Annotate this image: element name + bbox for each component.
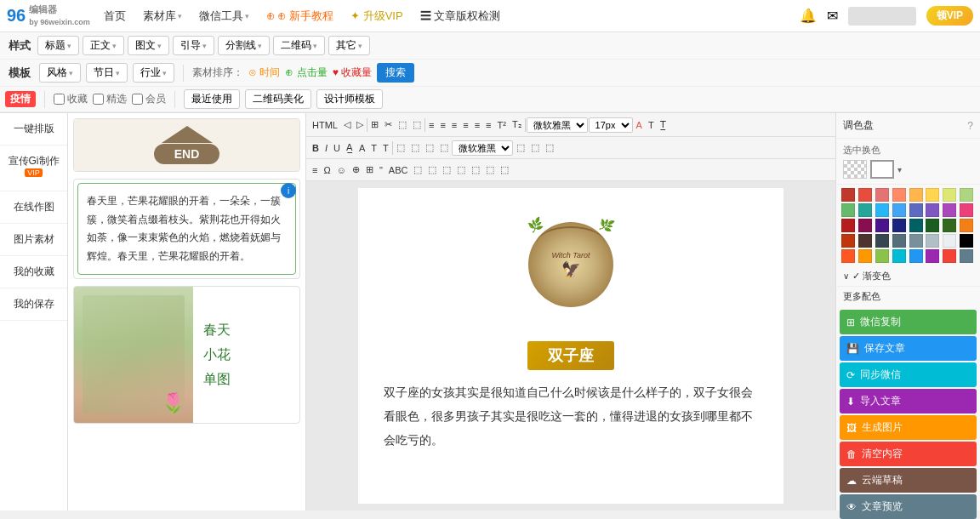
nav-home[interactable]: 首页 [104, 9, 126, 24]
sidebar-item-online-draw[interactable]: 在线作图 [0, 191, 67, 224]
color-swatch[interactable] [960, 203, 973, 217]
template-item-text[interactable]: i 春天里，芒果花耀眼的开着，一朵朵，一簇簇，微笑着点缀着枝头。紫荆花也开得如火… [73, 179, 300, 279]
tb-divider[interactable]: 分割线 [218, 36, 270, 55]
et-font-color[interactable]: A [634, 118, 645, 132]
et-text-style[interactable]: T [646, 118, 657, 132]
tb-festival[interactable]: 节日 [86, 63, 128, 83]
sync-wechat-btn[interactable]: ⟳ 同步微信 [840, 362, 977, 387]
tb-other[interactable]: 其它 [328, 36, 370, 55]
et-font-family[interactable]: 微软雅黑 [452, 140, 513, 156]
bell-icon[interactable]: 🔔 [800, 8, 817, 24]
tb-guide[interactable]: 引导 [173, 36, 214, 55]
et-insert-table[interactable]: ⬚ [408, 140, 422, 155]
sort-clicks[interactable]: ⊕ 点击量 [285, 66, 327, 80]
color-swatch[interactable] [960, 249, 973, 263]
cb-vip[interactable]: 会员 [132, 92, 166, 106]
color-swatch[interactable] [943, 219, 956, 232]
et-grid[interactable]: ⊞ [363, 163, 376, 177]
color-swatch[interactable] [909, 249, 923, 263]
cb-selected[interactable]: 精选 [93, 92, 127, 106]
nav-tutorial[interactable]: ⊕ ⊕ 新手教程 [266, 9, 333, 24]
color-swatch[interactable] [909, 219, 923, 232]
color-swatch[interactable] [909, 188, 923, 202]
et-align-justify[interactable]: ≡ [460, 118, 470, 132]
et-italic[interactable]: I [322, 141, 330, 155]
tb-style[interactable]: 风格 [39, 63, 81, 83]
color-swatch[interactable] [841, 234, 855, 248]
et-subscript[interactable]: T₂ [510, 117, 524, 132]
wechat-copy-btn[interactable]: ⊞ 微信复制 [840, 310, 977, 334]
recently-used-btn[interactable]: 最近使用 [184, 89, 240, 109]
editor-content[interactable]: Witch Tarot 🦅 🌿 🌿 双子座 双 [358, 188, 783, 504]
et-align-right[interactable]: ≡ [449, 118, 459, 132]
et-format3[interactable]: ⬚ [528, 140, 542, 155]
tb-industry[interactable]: 行业 [133, 63, 174, 83]
et-emoji[interactable]: ☺ [334, 163, 349, 177]
et-insert-img[interactable]: ⬚ [394, 140, 407, 155]
et-special-char[interactable]: Ω [321, 163, 333, 177]
color-swatch[interactable] [960, 219, 973, 232]
color-swatch[interactable] [858, 249, 872, 263]
color-swatch[interactable] [892, 234, 906, 248]
color-box-checker[interactable] [843, 160, 867, 179]
et-bold[interactable]: B [310, 141, 322, 155]
tb-img-text[interactable]: 图文 [128, 36, 169, 55]
et-strikethrough[interactable]: A̲ [344, 140, 356, 155]
nav-wechat-tools[interactable]: 微信工具▾ [199, 9, 249, 24]
editor-scroll-area[interactable]: Witch Tarot 🦅 🌿 🌿 双子座 双 [306, 181, 835, 510]
color-swatch[interactable] [858, 234, 872, 248]
color-swatch[interactable] [926, 234, 939, 248]
et-html[interactable]: HTML [310, 118, 340, 132]
color-swatch[interactable] [875, 249, 889, 263]
color-swatch[interactable] [892, 188, 906, 202]
qr-beauty-btn[interactable]: 二维码美化 [245, 89, 311, 109]
color-dropdown-btn[interactable]: ▾ [897, 165, 902, 174]
et-media1[interactable]: ⬚ [411, 163, 424, 177]
color-swatch[interactable] [960, 188, 973, 202]
nav-assets[interactable]: 素材库▾ [143, 9, 182, 24]
et-outdent[interactable]: ≡ [483, 118, 493, 132]
et-size-select[interactable]: 17px [589, 117, 633, 133]
et-quote[interactable]: " [377, 163, 385, 177]
et-media5[interactable]: ⬚ [469, 163, 482, 177]
nav-copyright[interactable]: ☰ 文章版权检测 [420, 9, 501, 24]
color-swatch[interactable] [909, 203, 923, 217]
et-underline[interactable]: U [331, 141, 343, 155]
generate-img-btn[interactable]: 🖼 生成图片 [840, 415, 977, 440]
et-underline2[interactable]: T̲ [658, 117, 669, 132]
tb-body[interactable]: 正文 [83, 36, 124, 55]
user-info[interactable] [848, 7, 916, 26]
color-swatch[interactable] [841, 249, 855, 263]
cb-fav[interactable]: 收藏 [54, 92, 88, 106]
et-media7[interactable]: ⬚ [498, 163, 511, 177]
color-swatch[interactable] [841, 203, 855, 217]
color-swatch[interactable] [858, 188, 872, 202]
color-swatch[interactable] [875, 219, 889, 232]
color-swatch[interactable] [943, 234, 956, 248]
et-list[interactable]: ≡ [310, 163, 320, 177]
editor-paragraph[interactable]: 双子座的女孩其实是很知道自己什么时候该是什么样子的，双子女很会看眼色，很多男孩子… [384, 380, 758, 452]
et-cut[interactable]: ✂ [382, 117, 395, 132]
color-swatch[interactable] [892, 249, 906, 263]
color-swatch[interactable] [841, 219, 855, 232]
et-align-center[interactable]: ≡ [437, 118, 447, 132]
et-abc[interactable]: ABC [386, 163, 411, 177]
mail-icon[interactable]: ✉ [827, 8, 838, 24]
color-swatch[interactable] [926, 203, 939, 217]
et-indent[interactable]: ≡ [472, 118, 482, 132]
designer-btn[interactable]: 设计师模板 [316, 89, 383, 109]
et-media3[interactable]: ⬚ [440, 163, 453, 177]
sidebar-item-my-save[interactable]: 我的保存 [0, 288, 67, 321]
sort-fav[interactable]: ♥ 收藏量 [333, 66, 372, 80]
color-swatch[interactable] [926, 188, 939, 202]
sidebar-item-one-click[interactable]: 一键排版 [0, 113, 67, 145]
sort-time[interactable]: ⊙ 时间 [248, 66, 280, 80]
et-text-color[interactable]: A [356, 141, 368, 155]
et-format2[interactable]: ⬚ [514, 140, 527, 155]
color-swatch[interactable] [858, 219, 872, 232]
et-paste[interactable]: ⬚ [410, 117, 424, 132]
vip-button[interactable]: 顿VIP [926, 6, 973, 26]
color-swatch[interactable] [875, 188, 889, 202]
cloud-draft-btn[interactable]: ☁ 云端草稿 [840, 468, 977, 493]
et-copy[interactable]: ⬚ [396, 117, 409, 132]
